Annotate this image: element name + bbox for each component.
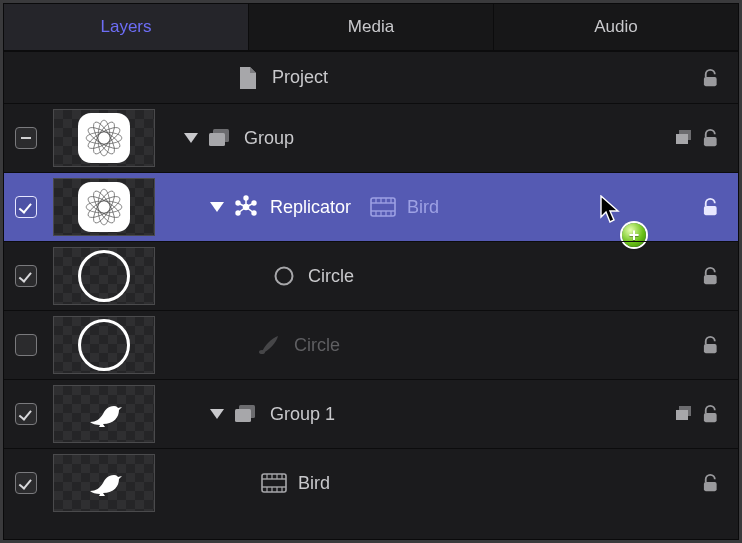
row-label: Group 1 [270,404,335,425]
svg-point-6 [85,124,122,152]
disclosure-triangle[interactable] [210,409,224,419]
shape-circle-icon [270,265,298,287]
svg-rect-8 [209,133,225,146]
svg-point-12 [86,201,122,213]
svg-rect-44 [704,344,717,353]
visibility-checkbox[interactable] [15,265,37,287]
lock-icon[interactable] [702,404,724,424]
group-icon [232,403,260,425]
film-clip-icon [260,472,288,494]
visibility-checkbox[interactable] [15,334,37,356]
row-replicator[interactable]: Replicator Bird + [4,172,738,241]
svg-point-14 [90,188,118,225]
row-circle-disabled[interactable]: Circle [4,310,738,379]
tab-label: Media [348,17,394,37]
lock-icon[interactable] [702,197,724,217]
row-project[interactable]: Project [4,51,738,103]
svg-rect-40 [704,206,717,215]
row-label: Project [272,67,328,88]
thumbnail[interactable] [53,454,155,512]
svg-rect-61 [704,482,717,491]
svg-point-43 [259,350,265,354]
film-clip-icon [369,196,397,218]
svg-point-16 [90,188,118,225]
svg-point-41 [276,268,293,285]
paint-brush-icon [256,334,284,356]
row-group1[interactable]: Group 1 [4,379,738,448]
thumbnail[interactable] [53,316,155,374]
row-bird[interactable]: Bird [4,448,738,517]
row-label: Group [244,128,294,149]
svg-rect-46 [235,409,251,422]
lock-icon[interactable] [702,128,724,148]
lock-icon[interactable] [702,266,724,286]
svg-rect-48 [676,410,688,420]
svg-rect-11 [704,137,717,146]
svg-point-13 [85,193,122,221]
tab-audio[interactable]: Audio [494,4,738,50]
lock-icon[interactable] [702,68,724,88]
tab-media[interactable]: Media [249,4,494,50]
filter-stack-icon[interactable] [674,128,694,148]
row-label: Circle [308,266,354,287]
visibility-checkbox[interactable] [15,196,37,218]
visibility-checkbox[interactable] [15,403,37,425]
svg-point-15 [98,189,110,225]
filter-stack-icon[interactable] [674,404,694,424]
group-icon [206,127,234,149]
svg-point-4 [98,120,110,156]
visibility-checkbox[interactable] [15,472,37,494]
tab-layers[interactable]: Layers [4,4,249,50]
lock-icon[interactable] [702,473,724,493]
thumbnail[interactable] [53,385,155,443]
svg-point-3 [90,119,118,156]
svg-point-2 [85,124,122,152]
svg-rect-49 [704,413,717,422]
svg-point-17 [85,193,122,221]
replicator-icon [232,196,260,218]
lock-icon[interactable] [702,335,724,355]
row-label: Replicator [270,197,351,218]
row-group[interactable]: Group [4,103,738,172]
row-label: Bird [298,473,330,494]
thumbnail[interactable] [53,247,155,305]
layer-rows: Project [4,51,738,539]
panel-tabs: Layers Media Audio [4,4,738,51]
thumbnail[interactable] [53,109,155,167]
visibility-mixed[interactable] [15,127,37,149]
row-circle[interactable]: Circle [4,241,738,310]
document-icon [234,67,262,89]
drop-hint-label: Bird [407,197,439,218]
tab-label: Layers [100,17,151,37]
disclosure-triangle[interactable] [210,202,224,212]
disclosure-triangle[interactable] [184,133,198,143]
thumbnail[interactable] [53,178,155,236]
row-label: Circle [294,335,340,356]
tab-label: Audio [594,17,637,37]
svg-rect-42 [704,275,717,284]
svg-rect-0 [704,77,717,86]
svg-point-1 [86,132,122,144]
svg-rect-10 [676,134,688,144]
layers-panel: Layers Media Audio Project [3,3,739,540]
svg-point-5 [90,119,118,156]
drop-ghost: Bird [369,196,439,218]
